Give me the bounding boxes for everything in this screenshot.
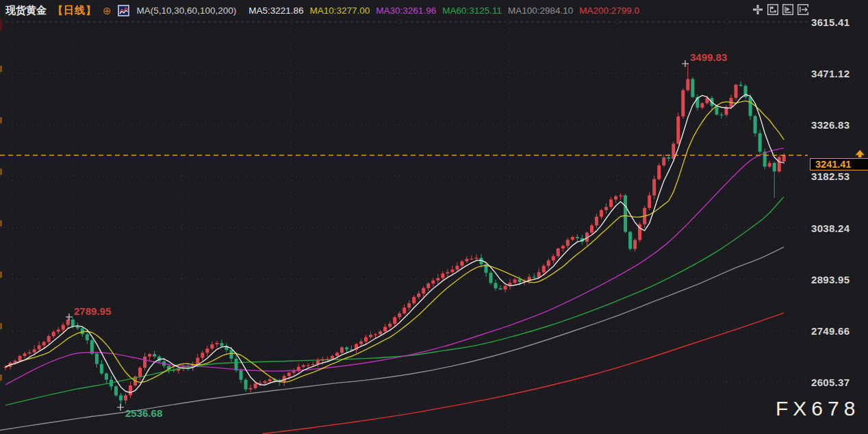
ma-values-row: MA5:3221.86MA10:3277.00MA30:3261.96MA60:… [242, 5, 639, 16]
candle-body [76, 327, 79, 329]
candle-body [4, 367, 8, 368]
ma100-legend-value: MA100:2984.10 [508, 5, 573, 16]
indicator-chart-icon[interactable] [118, 5, 129, 16]
candle-body [518, 279, 522, 282]
candle-body [552, 256, 555, 260]
candle-body [407, 303, 411, 307]
chart-window: 3499.832789.952536.68 现货黄金 【日线】 ⊕ MA(5,1… [0, 0, 868, 434]
clipped-left-label [0, 117, 2, 123]
y-axis-label: 3615.41 [811, 16, 850, 28]
y-axis-label: 3038.24 [811, 222, 850, 233]
candle-body [604, 207, 608, 210]
candle-body [489, 272, 493, 283]
candle-body [340, 347, 344, 353]
candle-body [719, 114, 723, 115]
clipped-left-label [0, 323, 2, 329]
y-axis-label: 3326.83 [811, 119, 850, 131]
y-axis-label: 2749.66 [811, 324, 850, 336]
candle-body [624, 195, 627, 231]
candle-body [633, 240, 637, 249]
chart-header: 现货黄金 【日线】 ⊕ MA(5,10,30,60,100,200) MA5:3… [5, 3, 639, 18]
candle-body [450, 270, 454, 272]
candle-body [268, 379, 272, 381]
candle-body [739, 85, 743, 86]
candle-body [470, 259, 473, 259]
price-up-arrow-icon [855, 149, 865, 161]
candle-body [499, 288, 502, 290]
candle-body [52, 332, 55, 336]
candle-body [307, 365, 310, 366]
candle-body [672, 144, 675, 159]
ma30-line [5, 148, 784, 385]
shift-right-icon[interactable] [797, 3, 809, 16]
candle-body [331, 356, 334, 359]
candle-body [628, 232, 632, 249]
candle-body [210, 344, 214, 348]
candle-body [90, 340, 94, 354]
chart-canvas[interactable]: 3499.832789.952536.68 [0, 0, 868, 434]
candle-body [143, 357, 146, 368]
candle-body [129, 385, 132, 395]
candle-body [292, 371, 296, 372]
candle-body [561, 246, 565, 248]
candle-body [778, 157, 781, 172]
candle-body [648, 196, 651, 208]
candle-body [95, 354, 99, 364]
candle-body [590, 225, 593, 233]
clipped-left-label [0, 168, 2, 175]
scale-time-icon[interactable] [782, 3, 794, 16]
candle-body [288, 373, 291, 376]
candle-body [335, 353, 339, 356]
watermark: FX678 [776, 397, 860, 420]
candle-body [364, 337, 368, 342]
candle-body [71, 320, 75, 327]
candle-body [234, 359, 238, 370]
price-annotation: 2536.68 [125, 407, 162, 419]
candle-body [504, 286, 507, 290]
candle-body [42, 342, 46, 346]
clipped-left-label [0, 220, 2, 227]
candle-body [148, 354, 151, 357]
candle-body [431, 281, 435, 283]
candle-body [220, 343, 223, 346]
candle-body [86, 334, 89, 340]
candle-body [383, 327, 387, 332]
ma100-line [0, 247, 784, 431]
candle-body [249, 388, 253, 390]
candle-body [691, 79, 694, 97]
candle-body [782, 155, 786, 162]
candle-body [426, 283, 430, 288]
ma30-legend-value: MA30:3261.96 [376, 5, 436, 16]
candle-body [667, 157, 670, 159]
clipped-candle-fragment [0, 19, 2, 31]
timeframe-tag[interactable]: 【日线】 [53, 4, 97, 17]
candle-body [576, 237, 579, 238]
add-indicator-icon[interactable]: ⊕ [103, 5, 112, 16]
y-axis-label: 3471.12 [811, 68, 850, 79]
candle-body [345, 347, 348, 349]
candle-body [153, 354, 156, 357]
chart-toolbar [752, 3, 809, 16]
candle-body [566, 240, 570, 246]
candle-body [735, 85, 738, 98]
candle-body [676, 116, 680, 144]
candle-body [542, 266, 546, 272]
price-annotation: 3499.83 [690, 51, 727, 63]
ma200-line [262, 313, 784, 434]
candle-body [264, 381, 267, 383]
pan-icon[interactable] [752, 3, 764, 16]
candle-body [436, 278, 439, 281]
candle-body [393, 317, 396, 323]
candle-body [494, 283, 498, 288]
candle-body [533, 277, 536, 277]
candle-body [138, 368, 142, 376]
ma200-legend-value: MA200:2799.0 [579, 5, 639, 16]
candle-body [66, 320, 70, 325]
candle-body [547, 260, 550, 266]
candle-body [119, 396, 123, 400]
price-annotation: 2789.95 [74, 305, 111, 317]
candle-body [38, 346, 41, 350]
scale-axis-icon[interactable] [767, 3, 779, 16]
candle-body [513, 279, 517, 283]
candle-body [62, 325, 65, 330]
